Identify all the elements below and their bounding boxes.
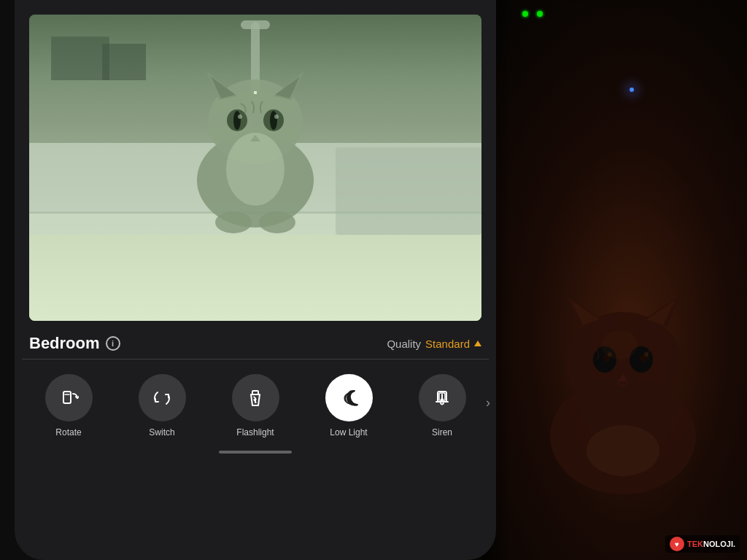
home-indicator — [219, 451, 292, 454]
flashlight-control[interactable]: Flashlight — [232, 374, 279, 438]
svg-point-23 — [233, 111, 241, 130]
siren-label: Siren — [432, 427, 452, 438]
led-indicator-area — [522, 11, 543, 28]
background-cat-svg — [506, 225, 740, 516]
switch-label: Switch — [149, 427, 174, 438]
watermark-icon: ♥ — [670, 537, 684, 551]
led-dot-2 — [537, 11, 543, 17]
svg-point-25 — [238, 114, 242, 119]
low-light-control[interactable]: Low Light — [325, 374, 373, 438]
watermark-text: TEKNOLOJI. — [687, 540, 735, 548]
switch-control[interactable]: Switch — [139, 374, 186, 438]
flashlight-glow — [630, 88, 634, 92]
room-name-section: Bedroom i — [29, 334, 120, 353]
chevron-right-icon: › — [486, 394, 490, 409]
svg-rect-31 — [63, 392, 71, 403]
box-1 — [51, 36, 109, 80]
flashlight-label: Flashlight — [236, 427, 274, 438]
siren-button[interactable] — [419, 374, 466, 421]
faucet-head — [241, 20, 270, 29]
svg-point-29 — [259, 211, 295, 233]
svg-point-1 — [565, 312, 681, 414]
rotate-button[interactable] — [45, 374, 93, 421]
low-light-button[interactable] — [325, 374, 373, 421]
flashlight-icon — [245, 388, 266, 408]
quality-dropdown-arrow — [474, 341, 481, 346]
box-2 — [102, 44, 146, 80]
rotate-control[interactable]: Rotate — [45, 374, 93, 438]
info-icon-button[interactable]: i — [106, 336, 120, 351]
controls-bar: Rotate Switch — [15, 359, 496, 445]
svg-point-13 — [587, 425, 659, 476]
moon-icon — [338, 388, 359, 408]
rotate-label: Rotate — [55, 427, 81, 438]
siren-control[interactable]: Siren — [419, 374, 466, 438]
svg-point-38 — [441, 399, 443, 400]
nv-cat-svg — [164, 34, 347, 238]
siren-icon — [432, 388, 452, 408]
switch-icon — [152, 388, 172, 408]
info-bar: Bedroom i Quality Standard — [15, 328, 496, 359]
switch-button[interactable] — [139, 374, 186, 421]
room-name: Bedroom — [29, 334, 100, 353]
svg-point-28 — [215, 211, 252, 233]
info-icon-label: i — [112, 339, 114, 348]
low-light-label: Low Light — [330, 427, 367, 438]
quality-label: Quality — [387, 338, 421, 350]
rotate-icon — [58, 388, 79, 408]
quality-value: Standard — [425, 338, 470, 350]
svg-point-14 — [601, 330, 638, 359]
svg-point-26 — [274, 114, 279, 119]
chevron-right-button[interactable]: › — [486, 394, 490, 410]
faucet-drop — [254, 91, 257, 94]
flashlight-button[interactable] — [232, 374, 279, 421]
phone-container: Bedroom i Quality Standard — [15, 0, 496, 560]
led-dot-1 — [522, 11, 528, 17]
quality-section[interactable]: Quality Standard — [387, 338, 481, 350]
watermark: ♥ TEKNOLOJI. — [665, 535, 740, 553]
svg-point-24 — [270, 111, 277, 130]
camera-feed[interactable] — [29, 15, 481, 321]
svg-point-30 — [226, 133, 285, 206]
